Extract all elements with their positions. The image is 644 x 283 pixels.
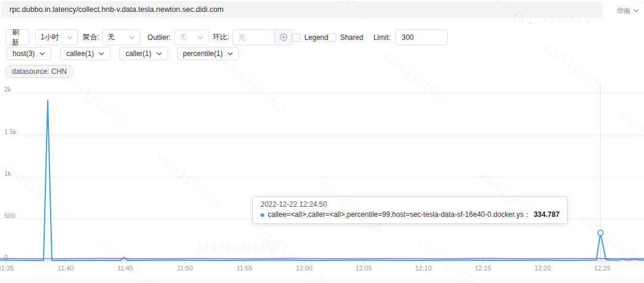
host-filter-select[interactable]: host(3) <box>7 47 51 60</box>
chevron-down-icon <box>98 52 104 55</box>
callee-filter-select[interactable]: callee(1) <box>60 47 110 60</box>
metric-title: rpc.dubbo.in.latency/collect.hnb-v.data.… <box>10 5 224 14</box>
card-bottom-edge <box>0 280 644 281</box>
x-axis-label: 12:15 <box>475 265 491 272</box>
dimension-filter-bar: host(3) callee(1) caller(1) percentile(1… <box>7 47 239 60</box>
outlier-value: 无 <box>179 32 187 42</box>
limit-label: Limit: <box>373 33 391 42</box>
y-axis-label: 2k <box>4 86 11 93</box>
region-label: 华南 <box>617 6 631 16</box>
chart-tooltip: 2022-12-22 12:24:50 callee=<all>,caller=… <box>252 196 568 224</box>
add-ratio-button[interactable] <box>274 29 292 45</box>
region-selector[interactable]: 华南 <box>617 5 639 16</box>
y-axis-label: 1k <box>4 170 11 177</box>
caller-filter-label: caller(1) <box>125 49 151 58</box>
time-range-value: 1小时 <box>41 32 59 42</box>
legend-checkbox-label[interactable]: Legend <box>304 33 328 42</box>
limit-input[interactable] <box>395 29 448 45</box>
chevron-down-icon <box>67 36 73 39</box>
x-axis-label: 12:20 <box>534 265 551 272</box>
callee-filter-label: callee(1) <box>66 49 94 58</box>
x-axis-label: 11:50 <box>177 265 193 272</box>
ratio-input-group <box>233 29 292 45</box>
time-range-select[interactable]: 1小时 <box>35 29 78 45</box>
aggregate-select[interactable]: 无 <box>102 29 140 45</box>
circle-plus-icon <box>280 33 287 41</box>
tag-row: datasource: CHN <box>5 65 74 78</box>
y-axis-label: 500 <box>4 212 15 219</box>
shared-checkbox-label[interactable]: Shared <box>340 33 363 42</box>
series-dot-icon <box>261 213 264 217</box>
toolbar-primary: 刷新 1小时 聚合: 无 Outlier: 无 环比: Legend Share… <box>5 29 448 45</box>
series-line-2 <box>0 259 644 259</box>
y-axis-label: 1.5k <box>4 128 17 135</box>
datasource-tag[interactable]: datasource: CHN <box>5 65 74 78</box>
percentile-filter-select[interactable]: percentile(1) <box>177 47 240 60</box>
tooltip-value: 334.787 <box>534 210 559 220</box>
aggregate-value: 无 <box>107 32 114 42</box>
host-filter-label: host(3) <box>13 49 35 58</box>
series-line-1 <box>0 100 644 260</box>
aggregate-label: 聚合: <box>83 32 99 42</box>
x-axis-label: 12:10 <box>415 265 432 272</box>
percentile-filter-label: percentile(1) <box>183 49 223 58</box>
chevron-down-icon <box>227 52 233 55</box>
tooltip-series-label: callee=<all>,caller=<all>,percentile=99,… <box>268 210 531 220</box>
chevron-down-icon <box>39 52 45 55</box>
latency-line-chart[interactable]: 11:3511:4011:4511:5011:5512:0012:0512:10… <box>0 83 644 280</box>
outlier-select[interactable]: 无 <box>174 29 209 45</box>
x-axis-label: 12:05 <box>355 265 372 272</box>
ratio-label: 环比: <box>213 32 229 42</box>
chevron-down-icon <box>197 36 203 39</box>
shared-checkbox[interactable] <box>328 33 336 42</box>
refresh-button[interactable]: 刷新 <box>5 29 29 45</box>
legend-checkbox[interactable] <box>292 33 301 42</box>
chevron-down-icon <box>633 9 639 13</box>
chevron-down-icon <box>129 36 135 39</box>
outlier-label: Outlier: <box>147 33 171 42</box>
x-axis-label: 11:55 <box>237 265 253 272</box>
x-axis-label: 11:40 <box>58 265 74 272</box>
caller-filter-select[interactable]: caller(1) <box>119 47 168 60</box>
x-axis-label: 12:25 <box>594 265 611 272</box>
ratio-input[interactable] <box>233 29 274 45</box>
chevron-down-icon <box>156 52 162 55</box>
hover-point-marker <box>598 230 603 235</box>
tooltip-timestamp: 2022-12-22 12:24:50 <box>261 200 559 210</box>
metric-title-bar: rpc.dubbo.in.latency/collect.hnb-v.data.… <box>1 1 602 18</box>
x-axis-label: 11:35 <box>0 265 14 272</box>
x-axis-label: 12:00 <box>296 265 312 272</box>
x-axis-label: 11:45 <box>117 265 134 272</box>
